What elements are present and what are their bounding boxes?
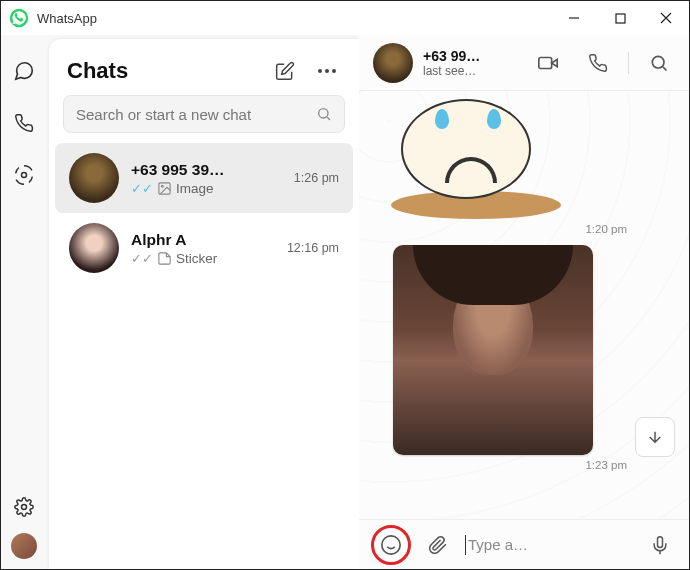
svg-point-12	[382, 535, 400, 553]
svg-point-5	[325, 69, 329, 73]
conversation-panel: +63 99… last see… 1:20 pm 1:23 pm	[359, 35, 689, 569]
search-icon	[316, 106, 332, 122]
mic-button[interactable]	[643, 528, 677, 562]
svg-point-6	[332, 69, 336, 73]
svg-rect-1	[616, 14, 625, 23]
new-chat-button[interactable]	[271, 57, 299, 85]
chat-row[interactable]: +63 995 39… ✓✓ Image 1:26 pm	[55, 143, 353, 213]
svg-point-4	[318, 69, 322, 73]
settings-nav-icon[interactable]	[12, 495, 36, 519]
panel-title: Chats	[67, 58, 128, 84]
compose-bar: Type a…	[359, 519, 689, 569]
emoji-button[interactable]	[374, 528, 408, 562]
scroll-to-bottom-button[interactable]	[635, 417, 675, 457]
more-button[interactable]	[313, 57, 341, 85]
sticker-icon	[157, 251, 172, 266]
messages-area[interactable]: 1:20 pm 1:23 pm	[359, 91, 689, 519]
svg-point-2	[22, 173, 27, 178]
nav-rail	[1, 35, 47, 569]
close-button[interactable]	[643, 1, 689, 35]
svg-point-11	[652, 56, 664, 68]
image-message[interactable]	[393, 245, 593, 455]
avatar	[69, 153, 119, 203]
chats-nav-icon[interactable]	[12, 59, 36, 83]
input-placeholder: Type a…	[468, 536, 528, 553]
image-content	[393, 245, 593, 455]
message-input[interactable]: Type a…	[465, 535, 633, 555]
contact-name: +63 99…	[423, 48, 501, 64]
app-title: WhatsApp	[37, 11, 97, 26]
image-icon	[157, 181, 172, 196]
calls-nav-icon[interactable]	[12, 111, 36, 135]
chat-name: Alphr A	[131, 231, 275, 249]
sticker-message[interactable]	[371, 99, 677, 219]
message-time: 1:20 pm	[371, 223, 677, 235]
crying-sticker-icon	[391, 99, 561, 219]
contact-avatar[interactable]	[373, 43, 413, 83]
search-placeholder: Search or start a new chat	[76, 106, 316, 123]
avatar	[69, 223, 119, 273]
my-avatar[interactable]	[11, 533, 37, 559]
chat-preview: Sticker	[176, 251, 217, 266]
chat-time: 1:26 pm	[294, 171, 339, 185]
emoji-button-highlight	[371, 525, 411, 565]
minimize-button[interactable]	[551, 1, 597, 35]
read-check-icon: ✓✓	[131, 181, 153, 196]
text-cursor	[465, 535, 466, 555]
whatsapp-logo-icon	[9, 8, 29, 28]
attach-button[interactable]	[421, 528, 455, 562]
chat-list-panel: Chats Search or start a new chat +63 995…	[49, 39, 359, 569]
conversation-header: +63 99… last see…	[359, 35, 689, 91]
search-input[interactable]: Search or start a new chat	[63, 95, 345, 133]
svg-point-9	[161, 185, 163, 187]
message-time: 1:23 pm	[371, 459, 677, 471]
search-in-chat-button[interactable]	[639, 43, 679, 83]
sent-check-icon: ✓✓	[131, 251, 153, 266]
chat-row[interactable]: Alphr A ✓✓ Sticker 12:16 pm	[55, 213, 353, 283]
video-call-button[interactable]	[528, 43, 568, 83]
status-nav-icon[interactable]	[12, 163, 36, 187]
chat-time: 12:16 pm	[287, 241, 339, 255]
chat-name: +63 995 39…	[131, 161, 282, 179]
svg-point-7	[319, 109, 328, 118]
titlebar: WhatsApp	[1, 1, 689, 35]
contact-status: last see…	[423, 64, 501, 78]
svg-point-3	[22, 505, 27, 510]
chat-preview: Image	[176, 181, 214, 196]
maximize-button[interactable]	[597, 1, 643, 35]
voice-call-button[interactable]	[578, 43, 618, 83]
divider	[628, 52, 629, 74]
svg-rect-10	[539, 57, 552, 68]
